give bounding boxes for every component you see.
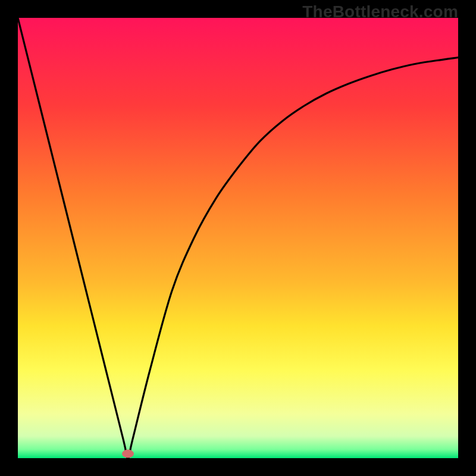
watermark-text: TheBottleneck.com: [302, 2, 458, 21]
minimum-marker: [122, 450, 134, 458]
chart-frame: [18, 18, 458, 458]
chart-background: [18, 18, 458, 458]
bottleneck-chart: [18, 18, 458, 458]
